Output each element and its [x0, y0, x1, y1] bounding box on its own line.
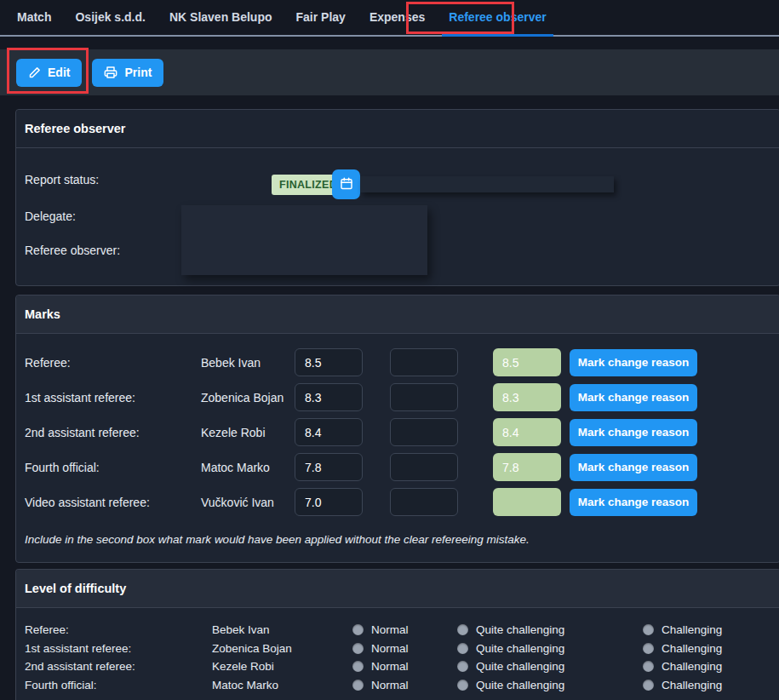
radio-normal[interactable] — [352, 680, 364, 691]
mark-row-video-assistant: Video assistant referee: Vučković Ivan M… — [16, 488, 779, 516]
radio-challenging[interactable] — [643, 680, 654, 691]
referee-observer-card-title: Referee observer — [16, 110, 779, 148]
referee-observer-card: Referee observer Report status: FINALIZE… — [15, 109, 779, 286]
radio-label-normal: Normal — [371, 679, 409, 691]
mark-role-label: Video assistant referee: — [25, 496, 201, 509]
final-mark-badge: 8.5 — [493, 348, 561, 376]
marks-card-title: Marks — [16, 295, 779, 334]
radio-quite-challenging[interactable] — [457, 624, 468, 635]
mark-change-reason-button[interactable]: Mark change reason — [570, 419, 697, 446]
mark-input[interactable] — [295, 383, 363, 411]
mark-referee-name: Bebek Ivan — [201, 356, 295, 370]
pencil-icon — [28, 66, 41, 79]
final-mark-badge: 7.8 — [493, 453, 561, 481]
radio-quite-challenging[interactable] — [457, 643, 468, 654]
difficulty-referee-name: Bebek Ivan — [212, 623, 352, 636]
radio-label-challenging: Challenging — [662, 642, 722, 655]
redacted-status-value — [360, 176, 614, 192]
tab-referee-observer[interactable]: Referee observer — [449, 0, 546, 35]
radio-normal[interactable] — [352, 643, 364, 654]
final-mark-badge: 8.3 — [493, 383, 561, 411]
difficulty-card-title: Level of difficulty — [16, 570, 779, 608]
alt-mark-input[interactable] — [390, 383, 458, 411]
radio-challenging[interactable] — [643, 661, 654, 672]
mark-input[interactable] — [295, 418, 363, 446]
mark-role-label: Fourth official: — [25, 461, 201, 474]
difficulty-role-label: Fourth official: — [25, 679, 212, 691]
difficulty-referee-name: Kezele Robi — [212, 660, 352, 673]
radio-quite-challenging[interactable] — [457, 680, 468, 691]
mark-row-fourth-official: Fourth official: Matoc Marko 7.8 Mark ch… — [16, 453, 779, 481]
mark-input[interactable] — [295, 348, 363, 376]
final-mark-badge — [493, 488, 561, 516]
mark-role-label: 1st assistant referee: — [25, 391, 201, 405]
calendar-icon — [340, 176, 353, 193]
mark-change-reason-button[interactable]: Mark change reason — [570, 454, 697, 481]
print-button[interactable]: Print — [92, 59, 163, 87]
tab-match[interactable]: Match — [17, 0, 51, 35]
print-button-label: Print — [124, 66, 152, 79]
radio-quite-challenging[interactable] — [457, 661, 468, 672]
mark-row-second-assistant: 2nd assistant referee: Kezele Robi 8.4 M… — [16, 418, 779, 446]
edit-button[interactable]: Edit — [16, 59, 82, 87]
radio-normal[interactable] — [352, 624, 364, 635]
mark-referee-name: Vučković Ivan — [201, 496, 295, 509]
mark-input[interactable] — [295, 453, 363, 481]
radio-label-challenging: Challenging — [662, 623, 722, 636]
marks-note: Include in the second box what mark woul… — [16, 523, 779, 546]
difficulty-row-fourth-official: Fourth official: Matoc Marko Normal Quit… — [16, 676, 779, 695]
report-status-label: Report status: — [25, 173, 99, 186]
edit-button-label: Edit — [48, 66, 70, 79]
calendar-button[interactable] — [332, 169, 360, 199]
alt-mark-input[interactable] — [390, 488, 458, 516]
radio-label-challenging: Challenging — [662, 660, 722, 673]
mark-change-reason-button[interactable]: Mark change reason — [570, 384, 697, 411]
radio-label-quite-challenging: Quite challenging — [476, 642, 564, 655]
difficulty-row-first-assistant: 1st assistant referee: Zobenica Bojan No… — [16, 640, 779, 658]
mark-role-label: 2nd assistant referee: — [25, 426, 201, 439]
radio-label-quite-challenging: Quite challenging — [476, 623, 564, 636]
radio-label-normal: Normal — [371, 642, 409, 655]
mark-referee-name: Kezele Robi — [201, 426, 295, 439]
difficulty-role-label: 2nd assistant referee: — [25, 660, 212, 673]
difficulty-card: Level of difficulty Referee: Bebek Ivan … — [15, 569, 779, 700]
final-mark-badge: 8.4 — [493, 418, 561, 446]
radio-label-challenging: Challenging — [662, 679, 722, 691]
alt-mark-input[interactable] — [390, 418, 458, 446]
radio-label-quite-challenging: Quite challenging — [476, 679, 564, 691]
mark-change-reason-button[interactable]: Mark change reason — [570, 349, 697, 376]
mark-referee-name: Zobenica Bojan — [201, 391, 295, 405]
alt-mark-input[interactable] — [390, 453, 458, 481]
alt-mark-input[interactable] — [390, 348, 458, 376]
radio-label-normal: Normal — [371, 660, 409, 673]
marks-card: Marks Referee: Bebek Ivan 8.5 Mark chang… — [15, 295, 779, 563]
mark-referee-name: Matoc Marko — [201, 461, 295, 474]
mark-input[interactable] — [295, 488, 363, 516]
tab-fair-play[interactable]: Fair Play — [296, 0, 346, 35]
mark-row-referee: Referee: Bebek Ivan 8.5 Mark change reas… — [16, 348, 779, 376]
mark-row-first-assistant: 1st assistant referee: Zobenica Bojan 8.… — [16, 383, 779, 411]
delegate-label: Delegate: — [25, 209, 76, 223]
difficulty-role-label: 1st assistant referee: — [25, 642, 212, 655]
difficulty-role-label: Referee: — [25, 623, 212, 636]
difficulty-row-second-assistant: 2nd assistant referee: Kezele Robi Norma… — [16, 657, 779, 676]
mark-change-reason-button[interactable]: Mark change reason — [570, 489, 697, 516]
radio-challenging[interactable] — [643, 624, 654, 635]
radio-normal[interactable] — [352, 661, 364, 672]
radio-label-quite-challenging: Quite challenging — [476, 660, 564, 673]
toolbar: Edit Print — [0, 49, 779, 95]
radio-label-normal: Normal — [371, 623, 409, 636]
referee-observer-label: Referee observer: — [25, 244, 120, 257]
difficulty-referee-name: Zobenica Bojan — [212, 642, 352, 655]
printer-icon — [104, 66, 117, 79]
mark-role-label: Referee: — [25, 356, 201, 370]
difficulty-row-referee: Referee: Bebek Ivan Normal Quite challen… — [16, 621, 779, 640]
tab-expenses[interactable]: Expenses — [369, 0, 425, 35]
tab-bar: Match Osijek s.d.d. NK Slaven Belupo Fai… — [0, 0, 779, 37]
tab-nk-slaven-belupo[interactable]: NK Slaven Belupo — [169, 0, 272, 35]
tab-osijek[interactable]: Osijek s.d.d. — [75, 0, 145, 35]
redacted-names-block — [181, 205, 427, 275]
difficulty-referee-name: Matoc Marko — [212, 679, 352, 691]
radio-challenging[interactable] — [643, 643, 654, 654]
